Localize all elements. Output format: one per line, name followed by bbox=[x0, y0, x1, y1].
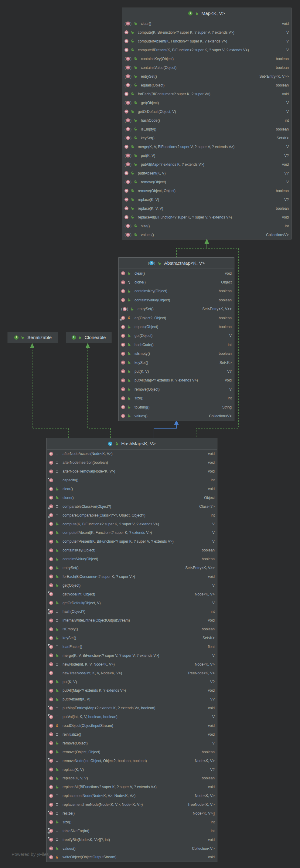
method-return-type: V bbox=[284, 145, 289, 149]
method-row[interactable]: mtoString()String bbox=[119, 403, 234, 411]
method-row[interactable]: mcontainsValue(Object)boolean bbox=[119, 296, 234, 304]
method-row[interactable]: misEmpty()boolean bbox=[122, 125, 291, 133]
package-visibility-icon bbox=[55, 611, 59, 613]
class-node-hashmap[interactable]: C HashMap<K, V> mafterNodeAccess(Node<K,… bbox=[47, 438, 217, 862]
method-row[interactable]: mreplace(K, V, V)boolean bbox=[47, 774, 217, 783]
method-row[interactable]: mcomputeIfPresent(K, BiFunction<? super … bbox=[122, 45, 291, 54]
method-row[interactable]: mput(K, V)V? bbox=[47, 677, 217, 686]
method-row[interactable]: mcompareComparables(Class<?>?, Object, O… bbox=[47, 511, 217, 520]
method-row[interactable]: mforEach(BiConsumer<? super K, ? super V… bbox=[122, 90, 291, 98]
method-row[interactable]: mremove(Object, Object)boolean bbox=[122, 186, 291, 195]
method-row[interactable]: mclear()void bbox=[47, 485, 217, 494]
method-row[interactable]: mentrySet()Set<Entry<K, V>> bbox=[47, 564, 217, 572]
method-row[interactable]: mafterNodeAccess(Node<K, V>)void bbox=[47, 450, 217, 458]
method-row[interactable]: mgetOrDefault(Object, V)V bbox=[122, 107, 291, 116]
method-row[interactable]: mhashCode()int bbox=[122, 116, 291, 125]
method-row[interactable]: mgetOrDefault(Object, V)V bbox=[47, 598, 217, 607]
method-row[interactable]: mgetNode(int, Object)Node<K, V> bbox=[47, 590, 217, 598]
method-row[interactable]: mvalues()Collection<V> bbox=[119, 411, 234, 420]
method-row[interactable]: mreadObject(ObjectInputStream)void bbox=[47, 721, 217, 730]
method-row[interactable]: mtreeifyBin(Node<K, V>[]?, int)void bbox=[47, 835, 217, 844]
method-row[interactable]: mget(Object)V bbox=[119, 332, 234, 340]
method-row[interactable]: mhashCode()int bbox=[119, 340, 234, 349]
method-row[interactable]: mnewTreeNode(int, K, V, Node<K, V>)TreeN… bbox=[47, 669, 217, 677]
method-row[interactable]: mmerge(K, V, BiFunction<? super V, ? sup… bbox=[122, 142, 291, 151]
class-node-serializable[interactable]: I Serializable bbox=[8, 332, 58, 343]
method-row[interactable]: mafterNodeInsertion(boolean)void bbox=[47, 458, 217, 467]
class-node-abstractmap[interactable]: C AbstractMap<K, V> mclear()voidmclone()… bbox=[118, 257, 234, 421]
method-row[interactable]: mremove(Object, Object)boolean bbox=[47, 747, 217, 756]
method-row[interactable]: mputVal(int, K, V, boolean, boolean)V bbox=[47, 713, 217, 721]
method-row[interactable]: mnewNode(int, K, V, Node<K, V>)Node<K, V… bbox=[47, 660, 217, 669]
method-row[interactable]: mputAll(Map<? extends K, ? extends V>)vo… bbox=[47, 686, 217, 695]
method-row[interactable]: mcontainsKey(Object)boolean bbox=[122, 54, 291, 63]
method-row[interactable]: mreplaceAll(BiFunction<? super K, ? supe… bbox=[47, 783, 217, 792]
method-row[interactable]: mclone()Object bbox=[119, 278, 234, 286]
method-row[interactable]: mreinitialize()void bbox=[47, 730, 217, 739]
method-row[interactable]: mcontainsValue(Object)boolean bbox=[47, 555, 217, 564]
method-row[interactable]: mhash(Object?)int bbox=[47, 607, 217, 616]
method-row[interactable]: mremove(Object)V bbox=[47, 739, 217, 747]
method-row[interactable]: misEmpty()boolean bbox=[119, 349, 234, 358]
method-row[interactable]: mentrySet()Set<Entry<K, V>> bbox=[122, 72, 291, 81]
method-row[interactable]: mget(Object)V bbox=[122, 98, 291, 107]
method-row[interactable]: mput(K, V)V? bbox=[119, 367, 234, 376]
method-row[interactable]: mclear()void bbox=[122, 19, 291, 28]
public-visibility-icon bbox=[127, 289, 131, 293]
method-row[interactable]: mloadFactor()float bbox=[47, 643, 217, 651]
method-row[interactable]: meq(Object?, Object)boolean bbox=[119, 313, 234, 322]
method-row[interactable]: mreplacementTreeNode(Node<K, V>, Node<K,… bbox=[47, 800, 217, 809]
method-row[interactable]: mcompute(K, BiFunction<? super K, ? supe… bbox=[47, 520, 217, 528]
method-row[interactable]: mcomputeIfPresent(K, BiFunction<? super … bbox=[47, 537, 217, 546]
method-row[interactable]: mtableSizeFor(int)int bbox=[47, 827, 217, 835]
method-row[interactable]: mputIfAbsent(K, V)V? bbox=[47, 695, 217, 704]
abstract-method-icon: m bbox=[124, 101, 131, 105]
method-row[interactable]: mcomputeIfAbsent(K, Function<? super K, … bbox=[47, 528, 217, 537]
method-row[interactable]: mforEach(BiConsumer<? super K, ? super V… bbox=[47, 572, 217, 581]
method-row[interactable]: mequals(Object)boolean bbox=[119, 322, 234, 331]
method-row[interactable]: mclear()void bbox=[119, 269, 234, 278]
class-node-cloneable[interactable]: I Cloneable bbox=[66, 332, 112, 343]
method-row[interactable]: mequals(Object)boolean bbox=[122, 81, 291, 90]
method-row[interactable]: mcontainsKey(Object)boolean bbox=[47, 546, 217, 555]
method-row[interactable]: mcomputeIfAbsent(K, Function<? super K, … bbox=[122, 37, 291, 45]
method-row[interactable]: msize()int bbox=[47, 817, 217, 827]
method-row[interactable]: mreplaceAll(BiFunction<? super K, ? supe… bbox=[122, 213, 291, 222]
method-name: replacementTreeNode(Node<K, V>, Node<K, … bbox=[63, 802, 143, 807]
method-row[interactable]: misEmpty()boolean bbox=[47, 625, 217, 634]
method-row[interactable]: mcontainsKey(Object)boolean bbox=[119, 287, 234, 296]
method-row[interactable]: mafterNodeRemoval(Node<K, V>)void bbox=[47, 467, 217, 476]
method-row[interactable]: mputMapEntries(Map<? extends K, ? extend… bbox=[47, 704, 217, 713]
method-row[interactable]: mvalues()Collection<V> bbox=[122, 230, 291, 239]
method-row[interactable]: mreplacementNode(Node<K, V>, Node<K, V>)… bbox=[47, 792, 217, 800]
method-row[interactable]: mremoveNode(int, Object, Object?, boolea… bbox=[47, 756, 217, 765]
class-node-map[interactable]: I Map<K, V> mclear()voidmcompute(K, BiFu… bbox=[122, 8, 292, 240]
method-row[interactable]: mreplace(K, V)V? bbox=[47, 765, 217, 774]
method-row[interactable]: mkeySet()Set<K> bbox=[122, 133, 291, 142]
public-visibility-icon bbox=[130, 197, 134, 202]
method-row[interactable]: mputAll(Map<? extends K, ? extends V>)vo… bbox=[119, 376, 234, 385]
method-row[interactable]: mcompute(K, BiFunction<? super K, ? supe… bbox=[122, 28, 291, 37]
method-row[interactable]: mvalues()Collection<V> bbox=[47, 844, 217, 853]
method-row[interactable]: mputAll(Map<? extends K, ? extends V>)vo… bbox=[122, 160, 291, 169]
method-row[interactable]: minternalWriteEntries(ObjectOutputStream… bbox=[47, 616, 217, 625]
method-row[interactable]: mremove(Object)V bbox=[119, 385, 234, 394]
method-row[interactable]: mcapacity()int bbox=[47, 476, 217, 485]
method-row[interactable]: mcontainsValue(Object)boolean bbox=[122, 63, 291, 72]
method-row[interactable]: mresize()Node<K, V>[] bbox=[47, 809, 217, 818]
method-row[interactable]: mget(Object)V bbox=[47, 581, 217, 590]
method-row[interactable]: mkeySet()Set<K> bbox=[47, 634, 217, 643]
method-row[interactable]: mmerge(K, V, BiFunction<? super V, ? sup… bbox=[47, 651, 217, 660]
method-row[interactable]: mcomparableClassFor(Object?)Class<?> bbox=[47, 502, 217, 511]
method-row[interactable]: mwriteObject(ObjectOutputStream)void bbox=[47, 853, 217, 862]
method-row[interactable]: mremove(Object)V bbox=[122, 178, 291, 186]
method-row[interactable]: msize()int bbox=[119, 394, 234, 402]
method-row[interactable]: mputIfAbsent(K, V)V? bbox=[122, 169, 291, 178]
method-row[interactable]: mclone()Object bbox=[47, 493, 217, 502]
method-row[interactable]: mkeySet()Set<K> bbox=[119, 358, 234, 367]
method-row[interactable]: mreplace(K, V)V? bbox=[122, 195, 291, 204]
method-row[interactable]: mput(K, V)V? bbox=[122, 151, 291, 160]
method-row[interactable]: msize()int bbox=[122, 222, 291, 230]
method-row[interactable]: mreplace(K, V, V)boolean bbox=[122, 204, 291, 213]
method-row[interactable]: mentrySet()Set<Entry<K, V>> bbox=[119, 305, 234, 313]
